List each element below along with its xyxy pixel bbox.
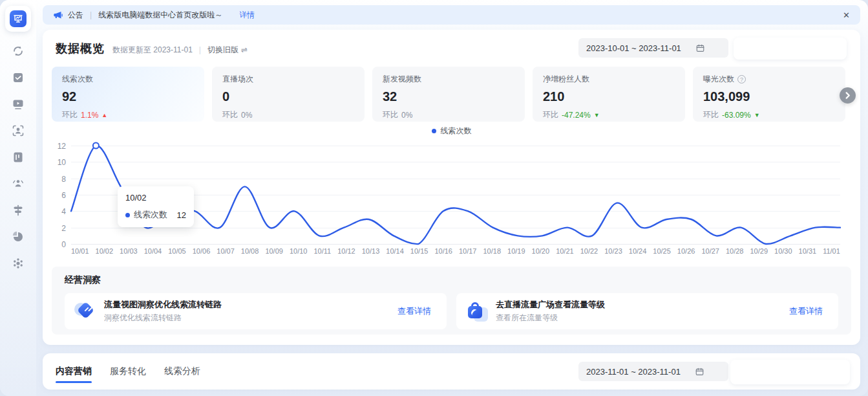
date-range-value: 2023-11-01 ~ 2023-11-01 [586,367,681,377]
y-axis-label: 10 [58,158,66,167]
x-axis-label: 10/21 [556,247,574,255]
tooltip-series-name: 线索次数 [134,209,167,221]
signpost-icon [12,204,25,217]
stat-card-new-videos[interactable]: 新发视频数 32 环比 0% [372,67,525,122]
stat-label: 曝光次数? [703,74,835,85]
video-icon [12,98,25,111]
sidebar-item-signpost[interactable] [11,203,25,217]
y-axis-label: 2 [61,224,66,233]
x-axis-label: 10/20 [532,247,550,255]
swap-icon: ⇌ [241,45,248,54]
x-axis-label: 10/18 [483,247,501,255]
traffic-tag-icon [74,300,97,323]
sidebar-item-pie-chart[interactable] [11,230,25,244]
data-overview-card: 数据概览 数据更新至 2023-11-01 | 切换旧版⇌ 2023-10-01… [43,30,860,345]
x-axis-label: 10/30 [774,247,792,255]
x-axis-label: 10/05 [168,247,186,255]
live-bag-icon [465,300,489,323]
stat-card-row: 线索次数 92 环比 1.1% ▲ 直播场次 0 环比 0% 新发视频数 [52,67,845,122]
x-axis-label: 10/26 [677,247,695,255]
x-axis-label: 10/01 [71,247,89,255]
sidebar-item-customer-focus[interactable] [11,124,25,138]
x-axis-label: 10/02 [96,247,114,255]
sidebar-item-apps[interactable] [11,256,25,270]
tooltip-series-row: 线索次数 12 [125,209,186,221]
highlight-point[interactable] [93,143,99,149]
stat-compare: 环比 0% [222,109,354,120]
header-extra-panel[interactable] [734,38,847,60]
sidebar-item-tasks[interactable] [11,71,25,85]
sidebar-item-sync[interactable] [11,44,25,58]
tab-service-conversion[interactable]: 服务转化 [110,355,146,388]
stat-card-leads[interactable]: 线索次数 92 环比 1.1% ▲ [52,67,204,122]
carousel-next-button[interactable] [840,87,856,104]
stat-label: 净增粉丝人数 [543,74,675,85]
stat-card-net-followers[interactable]: 净增粉丝人数 210 环比 -47.24% ▼ [533,67,685,122]
stat-compare-label: 环比 [543,109,558,120]
insight-card-traffic-view[interactable]: 流量视图洞察优化线索流转链路 洞察优化线索流转链路 查看详情 [65,293,447,329]
insight-texts: 去直播流量广场查看流量等级 查看所在流量等级 [496,299,605,324]
x-axis: 10/0110/0210/0310/0410/0510/0610/0710/08… [71,247,840,255]
insight-title: 去直播流量广场查看流量等级 [496,299,605,311]
apps-icon [12,257,25,270]
stat-label: 新发视频数 [383,74,514,85]
switch-old-version-link[interactable]: 切换旧版⇌ [207,45,248,56]
tooltip-dot-icon [125,213,130,217]
x-axis-label: 10/12 [337,247,355,255]
bottom-date-range-picker[interactable]: 2023-11-01 ~ 2023-11-01 [578,362,728,381]
y-axis-label: 12 [58,142,66,151]
stat-card-impressions[interactable]: 曝光次数? 103,099 环比 -63.09% ▼ [693,67,845,122]
x-axis-label: 10/14 [386,247,404,255]
chart-tooltip: 10/02 线索次数 12 [118,186,194,227]
x-axis-label: 10/10 [290,247,308,255]
help-icon[interactable]: ? [737,75,746,83]
y-axis-label: 0 [61,240,66,249]
insight-card-live-plaza[interactable]: 去直播流量广场查看流量等级 查看所在流量等级 查看详情 [456,293,838,329]
sidebar-item-data-overview[interactable] [5,6,31,32]
trend-arrow-icon: ▲ [101,112,107,118]
insight-subtitle: 查看所在流量等级 [496,313,605,324]
team-icon [12,177,25,190]
legend-label: 线索次数 [441,126,472,137]
chart-legend[interactable]: 线索次数 [43,126,860,137]
tab-leads-analysis[interactable]: 线索分析 [164,355,200,388]
legend-dot-icon [432,129,436,133]
page-title: 数据概览 [56,41,105,56]
x-axis-label: 10/24 [629,247,647,255]
stat-compare: 环比 -63.09% ▼ [703,109,835,120]
stat-compare-value: -63.09% [722,111,751,120]
close-icon[interactable]: ✕ [843,10,850,20]
x-axis-label: 10/09 [265,247,283,255]
megaphone-icon [53,10,63,20]
x-axis-label: 10/13 [362,247,380,255]
sidebar-item-notebook[interactable] [11,150,25,164]
leads-trend-chart[interactable]: 024681012 10/02 线索次数 12 [71,146,840,244]
notebook-icon [12,151,25,164]
stat-value: 32 [383,89,514,104]
x-axis-label: 10/06 [193,247,211,255]
date-range-picker[interactable]: 2023-10-01 ~ 2023-11-01 [578,38,728,58]
insights-section: 经营洞察 流量视图洞察优化线索流转链路 洞察优化线索流转链路 查看详情 去直播流… [52,267,851,335]
bottom-extra-panel[interactable] [730,360,850,384]
y-axis-label: 6 [61,191,66,200]
overview-header: 数据概览 数据更新至 2023-11-01 | 切换旧版⇌ [56,41,248,56]
pie-chart-icon [12,230,25,243]
announcement-detail-link[interactable]: 详情 [239,10,255,21]
sidebar-item-team[interactable] [11,177,25,191]
data-overview-icon [10,10,26,27]
view-details-link[interactable]: 查看详情 [789,305,823,317]
tab-content-marketing[interactable]: 内容营销 [56,355,92,388]
tooltip-date: 10/02 [125,193,186,203]
stat-compare: 环比 0% [383,109,514,120]
x-axis-label: 10/27 [701,247,719,255]
tasks-icon [12,71,25,84]
stat-value: 103,099 [703,89,835,104]
x-axis-label: 10/11 [313,247,331,255]
x-axis-label: 10/28 [726,247,744,255]
sidebar-item-video[interactable] [11,97,25,111]
announcement-bar: 公告 | 线索版电脑端数据中心首页改版啦～ 详情 ✕ [43,5,860,25]
stat-compare-label: 环比 [703,109,719,120]
insight-card-row: 流量视图洞察优化线索流转链路 洞察优化线索流转链路 查看详情 去直播流量广场查看… [65,293,838,329]
view-details-link[interactable]: 查看详情 [397,305,431,317]
stat-card-live-sessions[interactable]: 直播场次 0 环比 0% [212,67,365,122]
